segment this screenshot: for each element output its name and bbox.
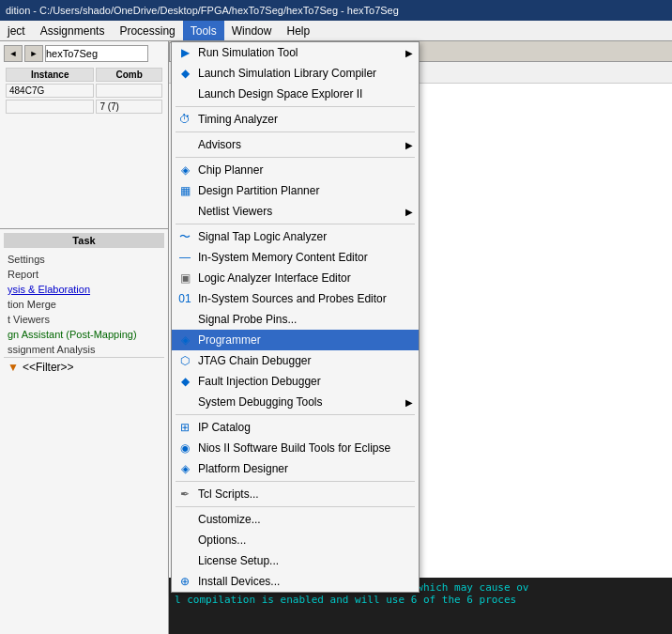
tcl-scripts-icon: ✒ [176,487,194,501]
signal-probe-label: Signal Probe Pins... [198,313,297,326]
instance-table: Instance Comb 484C7G 7 (7) [4,66,164,116]
menu-item-launch-sim-lib[interactable]: ◆Launch Simulation Library Compiler [172,63,419,84]
in-sys-sources-label: In-System Sources and Probes Editor [198,292,387,305]
menu-item-in-sys-memory[interactable]: —In-System Memory Content Editor [172,247,419,268]
filter-icon: ▼ [8,361,19,374]
nios-eclipse-label: Nios II Software Build Tools for Eclipse [198,441,390,455]
in-sys-memory-label: In-System Memory Content Editor [198,251,368,264]
menu-item-in-sys-sources[interactable]: 01In-System Sources and Probes Editor [172,288,419,309]
menu-ject[interactable]: ject [0,21,33,40]
fault-injection-label: Fault Injection Debugger [198,375,321,388]
task-viewers[interactable]: t Viewers [4,312,164,327]
menu-help[interactable]: Help [279,21,317,40]
install-devices-label: Install Devices... [198,575,280,588]
timing-analyzer-label: Timing Analyzer [198,113,278,126]
instance-col-header: Instance [6,68,94,82]
menu-window[interactable]: Window [224,21,280,40]
menu-item-tcl-scripts[interactable]: ✒Tcl Scripts... [172,484,419,504]
menu-processing[interactable]: Processing [112,21,182,40]
advisors-label: Advisors [198,138,241,151]
task-elaboration[interactable]: ysis & Elaboration [4,282,164,297]
chip-planner-icon: ◈ [176,163,194,177]
menu-item-signal-probe[interactable]: Signal Probe Pins... [172,309,419,330]
menu-item-design-partition[interactable]: ▦Design Partition Planner [172,180,419,201]
run-simulation-label: Run Simulation Tool [198,46,298,59]
tools-dropdown-menu[interactable]: ▶Run Simulation Tool▶◆Launch Simulation … [171,41,420,593]
launch-sim-lib-icon: ◆ [176,67,194,80]
menu-item-advisors[interactable]: Advisors▶ [172,134,419,155]
title-bar: dition - C:/Users/shado/OneDrive/Desktop… [0,0,672,21]
menu-item-install-devices[interactable]: ⊕Install Devices... [172,571,419,592]
jtag-chain-label: JTAG Chain Debugger [198,354,312,367]
title-text: dition - C:/Users/shado/OneDrive/Desktop… [6,5,399,16]
task-merge[interactable]: tion Merge [4,297,164,312]
table-row: 484C7G [6,84,162,98]
task-panel: Task Settings Report ysis & Elaboration … [0,229,168,634]
left-panel: ◄ ► Instance Comb 484C7G 7 (7) [0,41,169,634]
menu-item-nios-eclipse[interactable]: ◉Nios II Software Build Tools for Eclips… [172,438,419,458]
menu-assignments[interactable]: Assignments [33,21,113,40]
instance-name [6,100,94,114]
task-settings[interactable]: Settings [4,252,164,267]
menu-item-customize[interactable]: Customize... [172,509,419,530]
menu-separator [176,157,415,158]
menu-bar: ject Assignments Processing Tools Window… [0,21,672,41]
menu-item-run-simulation[interactable]: ▶Run Simulation Tool▶ [172,42,419,63]
instance-section: ◄ ► Instance Comb 484C7G 7 (7) [0,41,168,229]
tcl-scripts-label: Tcl Scripts... [198,487,259,501]
menu-item-timing-analyzer[interactable]: ⏱Timing Analyzer [172,109,419,130]
sys-debug-label: System Debugging Tools [198,395,323,409]
launch-sim-lib-label: Launch Simulation Library Compiler [198,67,376,80]
customize-label: Customize... [198,513,261,526]
menu-separator [176,506,415,507]
forward-button[interactable]: ► [24,45,43,62]
design-partition-icon: ▦ [176,184,194,197]
menu-separator [176,224,415,224]
sys-debug-arrow: ▶ [405,397,413,408]
task-assistant[interactable]: gn Assistant (Post-Mapping) [4,327,164,342]
ip-catalog-icon: ⊞ [176,421,194,434]
menu-item-ip-catalog[interactable]: ⊞IP Catalog [172,417,419,438]
left-toolbar: ◄ ► [4,45,164,62]
advisors-arrow: ▶ [405,140,413,150]
install-devices-icon: ⊕ [176,575,194,588]
netlist-viewers-label: Netlist Viewers [198,205,272,218]
menu-item-launch-dse[interactable]: Launch Design Space Explorer II [172,84,419,104]
menu-separator [176,481,415,482]
fault-injection-icon: ◆ [176,375,194,388]
menu-item-jtag-chain[interactable]: ⬡JTAG Chain Debugger [172,350,419,371]
timing-analyzer-icon: ⏱ [176,113,194,126]
task-assignment-analysis[interactable]: ssignment Analysis [4,342,164,357]
menu-item-signal-tap[interactable]: 〜Signal Tap Logic Analyzer [172,226,419,247]
menu-item-fault-injection[interactable]: ◆Fault Injection Debugger [172,371,419,392]
in-sys-sources-icon: 01 [176,292,194,305]
menu-item-chip-planner[interactable]: ◈Chip Planner [172,160,419,180]
menu-item-logic-analyzer[interactable]: ▣Logic Analyzer Interface Editor [172,268,419,288]
menu-item-netlist-viewers[interactable]: Netlist Viewers▶ [172,201,419,222]
programmer-icon: ◈ [176,333,194,347]
in-sys-memory-icon: — [176,251,194,264]
programmer-label: Programmer [198,333,261,347]
search-input[interactable] [45,45,148,62]
logic-analyzer-icon: ▣ [176,271,194,285]
signal-tap-icon: 〜 [176,229,194,245]
menu-tools[interactable]: Tools [183,21,224,40]
license-setup-label: License Setup... [198,554,279,567]
platform-designer-icon: ◈ [176,462,194,475]
chip-planner-label: Chip Planner [198,163,263,177]
menu-item-sys-debug[interactable]: System Debugging Tools▶ [172,392,419,412]
platform-designer-label: Platform Designer [198,462,288,475]
back-button[interactable]: ◄ [4,45,23,62]
menu-item-options[interactable]: Options... [172,530,419,550]
signal-tap-label: Signal Tap Logic Analyzer [198,230,327,243]
table-row: 7 (7) [6,100,162,114]
menu-separator [176,131,415,132]
task-header: Task [4,233,164,248]
instance-comb: 7 (7) [96,100,162,114]
launch-dse-label: Launch Design Space Explorer II [198,87,362,101]
menu-item-platform-designer[interactable]: ◈Platform Designer [172,458,419,479]
menu-item-license-setup[interactable]: License Setup... [172,550,419,571]
menu-item-programmer[interactable]: ◈Programmer [172,330,419,350]
task-report[interactable]: Report [4,267,164,282]
instance-name: 484C7G [6,84,94,98]
